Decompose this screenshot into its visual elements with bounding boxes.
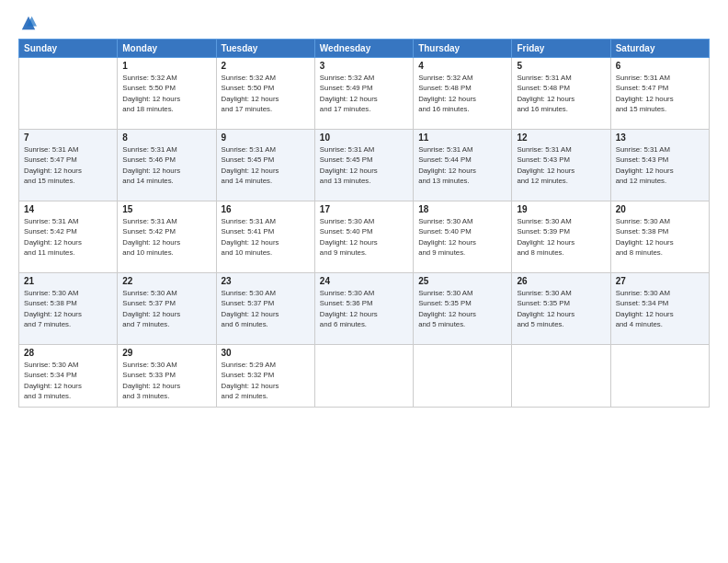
calendar-cell: 7Sunrise: 5:31 AM Sunset: 5:47 PM Daylig… — [19, 130, 118, 201]
calendar-cell: 4Sunrise: 5:32 AM Sunset: 5:48 PM Daylig… — [414, 58, 512, 130]
calendar-cell — [512, 345, 610, 408]
day-info: Sunrise: 5:31 AM Sunset: 5:45 PM Dayligh… — [320, 144, 408, 186]
calendar-cell: 22Sunrise: 5:30 AM Sunset: 5:37 PM Dayli… — [118, 273, 216, 345]
day-number: 11 — [418, 132, 506, 143]
day-info: Sunrise: 5:32 AM Sunset: 5:50 PM Dayligh… — [222, 73, 310, 114]
calendar-cell — [19, 58, 118, 130]
calendar-week-row: 7Sunrise: 5:31 AM Sunset: 5:47 PM Daylig… — [19, 130, 710, 201]
weekday-header-saturday: Saturday — [610, 40, 709, 58]
day-number: 6 — [616, 61, 704, 71]
calendar-cell: 21Sunrise: 5:30 AM Sunset: 5:38 PM Dayli… — [19, 273, 118, 345]
calendar-cell: 12Sunrise: 5:31 AM Sunset: 5:43 PM Dayli… — [512, 130, 610, 201]
weekday-header-sunday: Sunday — [19, 40, 118, 58]
day-number: 19 — [517, 204, 605, 214]
calendar-cell: 30Sunrise: 5:29 AM Sunset: 5:32 PM Dayli… — [216, 345, 314, 408]
day-info: Sunrise: 5:31 AM Sunset: 5:41 PM Dayligh… — [222, 216, 310, 258]
day-number: 18 — [418, 204, 506, 214]
calendar-cell: 29Sunrise: 5:30 AM Sunset: 5:33 PM Dayli… — [118, 345, 216, 408]
day-number: 28 — [24, 348, 112, 358]
calendar-cell: 23Sunrise: 5:30 AM Sunset: 5:37 PM Dayli… — [216, 273, 314, 345]
day-info: Sunrise: 5:31 AM Sunset: 5:42 PM Dayligh… — [24, 216, 112, 258]
day-info: Sunrise: 5:29 AM Sunset: 5:32 PM Dayligh… — [222, 360, 310, 401]
day-info: Sunrise: 5:30 AM Sunset: 5:36 PM Dayligh… — [320, 288, 408, 329]
day-info: Sunrise: 5:30 AM Sunset: 5:35 PM Dayligh… — [517, 288, 605, 329]
day-info: Sunrise: 5:32 AM Sunset: 5:50 PM Dayligh… — [122, 73, 210, 114]
day-number: 22 — [122, 276, 210, 286]
day-number: 14 — [24, 204, 112, 214]
day-number: 4 — [418, 61, 506, 71]
calendar-cell: 27Sunrise: 5:30 AM Sunset: 5:34 PM Dayli… — [610, 273, 709, 345]
day-info: Sunrise: 5:30 AM Sunset: 5:38 PM Dayligh… — [616, 216, 704, 258]
day-number: 8 — [122, 132, 210, 143]
day-info: Sunrise: 5:30 AM Sunset: 5:35 PM Dayligh… — [418, 288, 506, 329]
day-info: Sunrise: 5:31 AM Sunset: 5:45 PM Dayligh… — [222, 144, 310, 186]
day-info: Sunrise: 5:31 AM Sunset: 5:44 PM Dayligh… — [418, 144, 506, 186]
day-info: Sunrise: 5:32 AM Sunset: 5:48 PM Dayligh… — [418, 73, 506, 114]
day-number: 29 — [122, 348, 210, 358]
calendar-cell: 25Sunrise: 5:30 AM Sunset: 5:35 PM Dayli… — [414, 273, 512, 345]
day-info: Sunrise: 5:30 AM Sunset: 5:40 PM Dayligh… — [418, 216, 506, 258]
calendar-week-row: 21Sunrise: 5:30 AM Sunset: 5:38 PM Dayli… — [19, 273, 710, 345]
calendar-cell: 20Sunrise: 5:30 AM Sunset: 5:38 PM Dayli… — [610, 201, 709, 273]
weekday-header-wednesday: Wednesday — [314, 40, 413, 58]
day-info: Sunrise: 5:31 AM Sunset: 5:47 PM Dayligh… — [24, 144, 112, 186]
day-number: 26 — [517, 276, 605, 286]
day-number: 7 — [24, 132, 112, 143]
calendar-cell: 11Sunrise: 5:31 AM Sunset: 5:44 PM Dayli… — [414, 130, 512, 201]
day-number: 15 — [122, 204, 210, 214]
day-number: 10 — [320, 132, 408, 143]
day-info: Sunrise: 5:30 AM Sunset: 5:37 PM Dayligh… — [222, 288, 310, 329]
day-number: 23 — [222, 276, 310, 286]
calendar-cell — [414, 345, 512, 408]
calendar-cell — [314, 345, 413, 408]
calendar-cell: 28Sunrise: 5:30 AM Sunset: 5:34 PM Dayli… — [19, 345, 118, 408]
day-info: Sunrise: 5:30 AM Sunset: 5:37 PM Dayligh… — [122, 288, 210, 329]
weekday-header-monday: Monday — [118, 40, 216, 58]
calendar-cell: 14Sunrise: 5:31 AM Sunset: 5:42 PM Dayli… — [19, 201, 118, 273]
day-info: Sunrise: 5:31 AM Sunset: 5:46 PM Dayligh… — [122, 144, 210, 186]
day-number: 5 — [517, 61, 605, 71]
day-number: 24 — [320, 276, 408, 286]
page: SundayMondayTuesdayWednesdayThursdayFrid… — [0, 0, 728, 563]
day-info: Sunrise: 5:31 AM Sunset: 5:47 PM Dayligh… — [616, 73, 704, 114]
calendar-cell: 3Sunrise: 5:32 AM Sunset: 5:49 PM Daylig… — [314, 58, 413, 130]
day-info: Sunrise: 5:30 AM Sunset: 5:39 PM Dayligh… — [517, 216, 605, 258]
calendar-cell: 13Sunrise: 5:31 AM Sunset: 5:43 PM Dayli… — [610, 130, 709, 201]
day-info: Sunrise: 5:30 AM Sunset: 5:34 PM Dayligh… — [616, 288, 704, 329]
calendar-cell: 17Sunrise: 5:30 AM Sunset: 5:40 PM Dayli… — [314, 201, 413, 273]
day-info: Sunrise: 5:31 AM Sunset: 5:48 PM Dayligh… — [517, 73, 605, 114]
day-number: 9 — [222, 132, 310, 143]
day-number: 16 — [222, 204, 310, 214]
weekday-header-row: SundayMondayTuesdayWednesdayThursdayFrid… — [19, 40, 710, 58]
calendar-cell: 2Sunrise: 5:32 AM Sunset: 5:50 PM Daylig… — [216, 58, 314, 130]
calendar-cell: 1Sunrise: 5:32 AM Sunset: 5:50 PM Daylig… — [118, 58, 216, 130]
calendar-cell: 5Sunrise: 5:31 AM Sunset: 5:48 PM Daylig… — [512, 58, 610, 130]
calendar-week-row: 14Sunrise: 5:31 AM Sunset: 5:42 PM Dayli… — [19, 201, 710, 273]
calendar-cell: 6Sunrise: 5:31 AM Sunset: 5:47 PM Daylig… — [610, 58, 709, 130]
day-number: 20 — [616, 204, 704, 214]
calendar-cell: 26Sunrise: 5:30 AM Sunset: 5:35 PM Dayli… — [512, 273, 610, 345]
calendar-cell: 16Sunrise: 5:31 AM Sunset: 5:41 PM Dayli… — [216, 201, 314, 273]
calendar-cell: 8Sunrise: 5:31 AM Sunset: 5:46 PM Daylig… — [118, 130, 216, 201]
calendar-cell: 19Sunrise: 5:30 AM Sunset: 5:39 PM Dayli… — [512, 201, 610, 273]
day-number: 12 — [517, 132, 605, 143]
calendar-cell: 24Sunrise: 5:30 AM Sunset: 5:36 PM Dayli… — [314, 273, 413, 345]
day-info: Sunrise: 5:30 AM Sunset: 5:38 PM Dayligh… — [24, 288, 112, 329]
calendar-week-row: 1Sunrise: 5:32 AM Sunset: 5:50 PM Daylig… — [19, 58, 710, 130]
day-info: Sunrise: 5:30 AM Sunset: 5:33 PM Dayligh… — [122, 360, 210, 401]
calendar-cell: 10Sunrise: 5:31 AM Sunset: 5:45 PM Dayli… — [314, 130, 413, 201]
calendar-cell: 9Sunrise: 5:31 AM Sunset: 5:45 PM Daylig… — [216, 130, 314, 201]
logo — [18, 15, 37, 31]
calendar-cell: 15Sunrise: 5:31 AM Sunset: 5:42 PM Dayli… — [118, 201, 216, 273]
logo-icon — [20, 15, 37, 31]
day-info: Sunrise: 5:30 AM Sunset: 5:34 PM Dayligh… — [24, 360, 112, 401]
day-info: Sunrise: 5:32 AM Sunset: 5:49 PM Dayligh… — [320, 73, 408, 114]
weekday-header-friday: Friday — [512, 40, 610, 58]
day-number: 1 — [122, 61, 210, 71]
day-number: 3 — [320, 61, 408, 71]
header — [18, 15, 710, 31]
calendar-cell: 18Sunrise: 5:30 AM Sunset: 5:40 PM Dayli… — [414, 201, 512, 273]
day-number: 30 — [222, 348, 310, 358]
calendar-table: SundayMondayTuesdayWednesdayThursdayFrid… — [18, 39, 710, 408]
calendar-cell — [610, 345, 709, 408]
